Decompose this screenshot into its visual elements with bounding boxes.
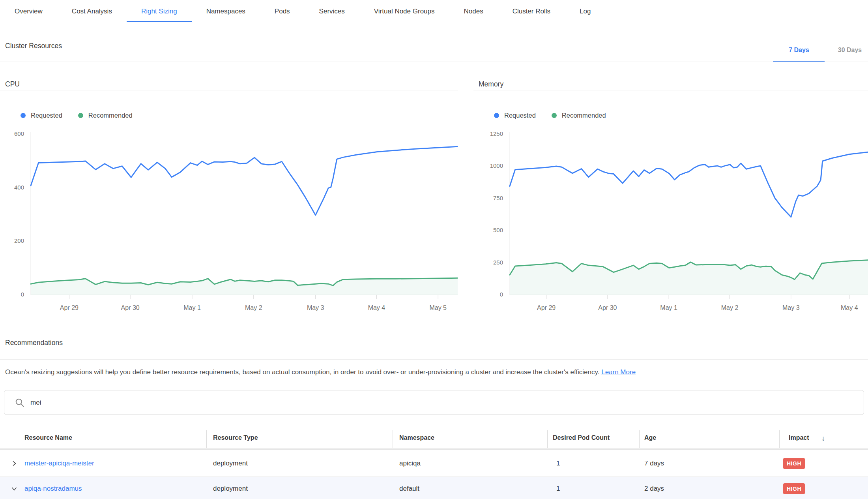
svg-text:600: 600: [14, 130, 24, 137]
search-input[interactable]: [30, 399, 819, 407]
column-header-desired-pod-count[interactable]: Desired Pod Count: [553, 434, 610, 441]
legend-label: Requested: [31, 112, 62, 119]
memory-header-divider: [473, 90, 868, 90]
range-tab-30-days[interactable]: 30 Days: [826, 39, 868, 62]
svg-text:May 3: May 3: [307, 304, 324, 311]
cpu-chart-canvas: 0200400600Apr 29Apr 30May 1May 2May 3May…: [0, 126, 458, 314]
recommended-dot-icon: [552, 113, 557, 118]
top-nav: Overview Cost Analysis Right Sizing Name…: [0, 0, 868, 22]
cpu-legend-requested[interactable]: Requested: [21, 112, 62, 119]
cluster-resources-divider: [0, 62, 868, 62]
recommendations-divider: [0, 359, 868, 360]
namespace-cell: apiciqa: [399, 460, 421, 467]
recommendations-title: Recommendations: [5, 339, 63, 347]
memory-chart-canvas: 025050075010001250Apr 29Apr 30May 1May 2…: [473, 126, 868, 314]
resource-type-cell: deployment: [213, 460, 248, 467]
table-header-border: [0, 448, 868, 450]
desired-pod-count-cell: 1: [556, 460, 560, 467]
svg-text:May 2: May 2: [245, 304, 262, 311]
column-header-resource-type[interactable]: Resource Type: [213, 434, 258, 441]
column-separator: [206, 430, 207, 448]
svg-text:0: 0: [500, 291, 503, 298]
svg-text:400: 400: [14, 184, 24, 191]
cpu-legend: Requested Recommended: [21, 112, 133, 119]
tab-cost-analysis[interactable]: Cost Analysis: [57, 0, 127, 22]
requested-dot-icon: [494, 113, 499, 118]
column-separator: [639, 430, 640, 448]
svg-text:500: 500: [493, 227, 503, 233]
tab-services[interactable]: Services: [305, 0, 359, 22]
tab-overview[interactable]: Overview: [0, 0, 57, 22]
sort-desc-icon[interactable]: ↓: [821, 434, 825, 443]
description-text: Ocean's resizing suggestions will help y…: [5, 368, 601, 376]
age-cell: 7 days: [644, 460, 664, 467]
tab-pods[interactable]: Pods: [260, 0, 305, 22]
svg-text:May 2: May 2: [721, 304, 739, 311]
tab-log[interactable]: Log: [565, 0, 605, 22]
column-header-age[interactable]: Age: [644, 434, 656, 441]
range-tab-7-days[interactable]: 7 Days: [773, 39, 825, 62]
tab-namespaces[interactable]: Namespaces: [192, 0, 260, 22]
column-header-impact[interactable]: Impact: [789, 434, 809, 441]
chevron-down-icon[interactable]: [11, 486, 17, 492]
column-separator: [779, 430, 780, 448]
svg-text:0: 0: [21, 291, 24, 298]
column-separator: [547, 430, 548, 448]
chevron-right-icon[interactable]: [11, 460, 17, 467]
svg-text:Apr 29: Apr 29: [60, 304, 79, 311]
svg-text:200: 200: [14, 237, 24, 244]
column-header-resource-name[interactable]: Resource Name: [24, 434, 72, 441]
svg-text:Apr 30: Apr 30: [598, 304, 617, 311]
svg-text:May 1: May 1: [183, 304, 201, 311]
column-separator: [393, 430, 393, 448]
memory-legend: Requested Recommended: [494, 112, 606, 119]
requested-dot-icon: [21, 113, 26, 118]
legend-label: Recommended: [562, 112, 606, 119]
table-row[interactable]: apiqa-nostradamus deployment default 1 2…: [0, 477, 868, 499]
memory-legend-recommended[interactable]: Recommended: [552, 112, 606, 119]
cpu-chart-title: CPU: [5, 80, 20, 88]
column-header-namespace[interactable]: Namespace: [399, 434, 434, 441]
learn-more-link[interactable]: Learn More: [601, 368, 636, 376]
svg-text:1000: 1000: [490, 162, 503, 169]
desired-pod-count-cell: 1: [556, 485, 560, 493]
namespace-cell: default: [399, 485, 419, 493]
legend-label: Requested: [504, 112, 536, 119]
legend-label: Recommended: [88, 112, 133, 119]
search-box[interactable]: [4, 390, 864, 415]
svg-text:1250: 1250: [490, 130, 503, 137]
svg-text:May 3: May 3: [782, 304, 800, 311]
cpu-legend-recommended[interactable]: Recommended: [78, 112, 133, 119]
impact-badge: HIGH: [783, 483, 805, 494]
svg-text:May 1: May 1: [660, 304, 677, 311]
svg-text:May 4: May 4: [368, 304, 385, 311]
svg-text:Apr 29: Apr 29: [537, 304, 556, 311]
recommended-dot-icon: [78, 113, 83, 118]
table-row[interactable]: meister-apiciqa-meister deployment apici…: [0, 451, 868, 476]
resource-type-cell: deployment: [213, 485, 248, 493]
recommendations-description: Ocean's resizing suggestions will help y…: [5, 367, 863, 377]
memory-legend-requested[interactable]: Requested: [494, 112, 536, 119]
tab-nodes[interactable]: Nodes: [449, 0, 498, 22]
age-cell: 2 days: [644, 485, 664, 493]
impact-badge: HIGH: [783, 458, 805, 469]
tab-right-sizing[interactable]: Right Sizing: [127, 0, 192, 22]
svg-text:250: 250: [493, 259, 503, 266]
cluster-resources-title: Cluster Resources: [5, 42, 62, 50]
resource-name-link[interactable]: meister-apiciqa-meister: [24, 460, 94, 467]
svg-text:May 4: May 4: [841, 304, 858, 311]
cpu-header-divider: [0, 90, 458, 90]
svg-text:Apr 30: Apr 30: [121, 304, 140, 311]
tab-virtual-node-groups[interactable]: Virtual Node Groups: [359, 0, 449, 22]
search-icon: [15, 398, 25, 408]
memory-chart-title: Memory: [479, 80, 503, 88]
svg-text:May 5: May 5: [429, 304, 447, 311]
svg-text:750: 750: [493, 195, 503, 201]
resource-name-link[interactable]: apiqa-nostradamus: [24, 485, 82, 493]
tab-cluster-rolls[interactable]: Cluster Rolls: [498, 0, 565, 22]
